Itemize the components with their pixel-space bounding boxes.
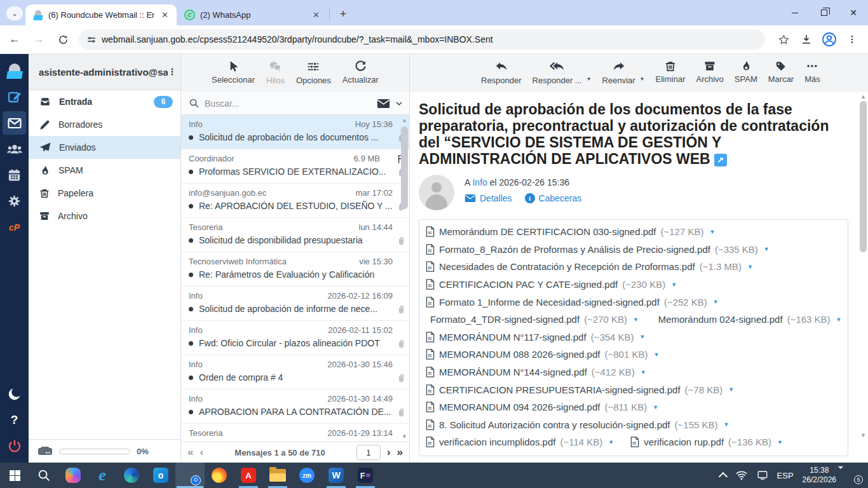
search-input[interactable] bbox=[205, 98, 372, 109]
window-close-button[interactable]: ✕ bbox=[839, 0, 868, 25]
forward-button[interactable]: → bbox=[29, 30, 48, 49]
attachment[interactable]: Memorándum DE CERTIFICACION 030-signed.p… bbox=[426, 226, 715, 237]
new-tab-button[interactable]: + bbox=[335, 6, 351, 22]
message-row[interactable]: InfoHoy 15:36 Solicitud de aprobación de… bbox=[181, 115, 409, 149]
attachment[interactable]: MEMORÁNDUM N°117-signed.pdf(~354 KB)▼ bbox=[426, 332, 646, 342]
list-scrollbar-thumb[interactable] bbox=[401, 126, 408, 209]
folder-spam[interactable]: SPAM bbox=[29, 159, 180, 182]
message-row[interactable]: Info2026-02-11 15:02 Fwd: Oficio Circula… bbox=[181, 321, 409, 355]
cpanel-icon[interactable]: cP bbox=[3, 215, 26, 239]
tab-close-icon[interactable]: ✕ bbox=[159, 10, 170, 20]
word-icon[interactable]: W bbox=[322, 463, 351, 488]
calendar-icon[interactable] bbox=[3, 163, 26, 187]
folder-drafts[interactable]: Borradores bbox=[29, 113, 180, 136]
attachment-menu-icon[interactable]: ▼ bbox=[777, 439, 783, 445]
message-row[interactable]: Info2026-01-30 15:46 Orden de compra # 4 bbox=[181, 355, 409, 390]
zoom-icon[interactable]: zm bbox=[292, 463, 322, 488]
downloads-icon[interactable] bbox=[797, 30, 816, 49]
attachment[interactable]: Formato_4_TDR-signed-signed.pdf(~270 KB)… bbox=[426, 314, 637, 325]
forward-button[interactable]: Reenviar bbox=[602, 60, 635, 85]
taskbar-search-icon[interactable] bbox=[29, 463, 58, 488]
language-indicator[interactable]: ESP bbox=[777, 471, 794, 480]
search-scope-mail-icon[interactable] bbox=[377, 98, 390, 109]
attachment[interactable]: CERTIFICACION PAC Y CATE-signed.pdf(~230… bbox=[426, 279, 677, 290]
tab-list-chevron-icon[interactable]: ⌄ bbox=[6, 6, 23, 20]
message-row[interactable]: Info2026-01-30 14:49 APROBACION PARA LA … bbox=[181, 390, 409, 424]
message-row[interactable]: info@sanjuan.gob.ecmar 17:02 Re: APROBAC… bbox=[181, 184, 409, 218]
options-button[interactable]: Opciones bbox=[296, 60, 331, 85]
reply-all-button[interactable]: Responder ... bbox=[532, 60, 582, 85]
address-bar[interactable]: webmail.sanjuan.gob.ec/cpsess5212449520/… bbox=[79, 29, 765, 50]
threads-button[interactable]: Hilos bbox=[266, 60, 285, 85]
attachment[interactable]: MEMORÁNDUM N°144-signed.pdf(~412 KB)▼ bbox=[426, 367, 646, 377]
settings-gear-icon[interactable] bbox=[3, 189, 26, 213]
browser-menu-icon[interactable] bbox=[843, 30, 862, 49]
file-explorer-icon[interactable] bbox=[263, 463, 292, 488]
tray-expand-chevron-icon[interactable] bbox=[719, 472, 728, 481]
page-input[interactable] bbox=[356, 445, 381, 460]
open-in-new-window-icon[interactable]: ↗ bbox=[714, 154, 727, 166]
attachment[interactable]: MEMORANDUM 088 2026-signed.pdf(~801 KB)▼ bbox=[426, 349, 659, 360]
attachment-menu-icon[interactable]: ▼ bbox=[640, 334, 646, 340]
f-app-icon[interactable]: F≋ bbox=[351, 463, 380, 488]
tab-whatsapp[interactable]: ✆ (2) WhatsApp ✕ bbox=[177, 4, 328, 25]
search-options-chevron-icon[interactable] bbox=[395, 100, 403, 107]
chrome-icon[interactable] bbox=[175, 463, 205, 488]
more-button[interactable]: Más bbox=[804, 60, 820, 84]
back-button[interactable]: ← bbox=[5, 30, 24, 49]
taskbar-clock[interactable]: 15:38 26/2/2026 bbox=[803, 466, 836, 485]
first-page-button[interactable]: « bbox=[187, 446, 193, 459]
attachment-menu-icon[interactable]: ▼ bbox=[764, 246, 770, 252]
outlook-icon[interactable]: o bbox=[146, 463, 175, 488]
folder-inbox[interactable]: Entrada 6 bbox=[29, 90, 180, 113]
compose-icon[interactable] bbox=[3, 85, 26, 109]
attachment[interactable]: verificacion rup.pdf(~136 KB)▼ bbox=[630, 437, 783, 447]
reader-scrollbar-thumb[interactable] bbox=[860, 101, 867, 252]
window-minimize-button[interactable]: ─ bbox=[780, 0, 810, 25]
reader-scroll-up-icon[interactable]: ▲ bbox=[860, 93, 866, 100]
attachment-menu-icon[interactable]: ▼ bbox=[653, 351, 659, 358]
refresh-button[interactable]: Actualizar bbox=[342, 60, 379, 85]
tab-close-icon[interactable]: ✕ bbox=[311, 10, 322, 20]
attachment-menu-icon[interactable]: ▼ bbox=[608, 439, 614, 445]
recipient-link[interactable]: Info bbox=[472, 177, 487, 187]
tab-roundcube[interactable]: (6) Roundcube Webmail :: Envia ✕ bbox=[25, 4, 177, 25]
message-row[interactable]: Tecnoserviweb Informáticavie 15:30 Re: P… bbox=[181, 252, 409, 287]
help-icon[interactable]: ? bbox=[3, 408, 26, 431]
prev-page-button[interactable]: ‹ bbox=[200, 446, 203, 459]
wifi-icon[interactable] bbox=[735, 470, 748, 480]
folder-sent[interactable]: Enviados bbox=[29, 136, 180, 159]
contacts-icon[interactable] bbox=[3, 137, 26, 161]
spam-button[interactable]: SPAM bbox=[735, 60, 757, 84]
reload-button[interactable] bbox=[53, 30, 72, 49]
folder-trash[interactable]: Papelera bbox=[29, 182, 180, 205]
headers-link[interactable]: i Cabeceras bbox=[525, 193, 582, 203]
attachment[interactable]: 8. Solicitud Autorización contra y resol… bbox=[426, 419, 729, 430]
attachment-menu-icon[interactable]: ▼ bbox=[728, 386, 734, 393]
attachment[interactable]: Formato_8_Razón de Proformas y Análisis … bbox=[426, 244, 770, 255]
attachment-menu-icon[interactable]: ▼ bbox=[747, 264, 753, 270]
attachment-menu-icon[interactable]: ▼ bbox=[633, 316, 639, 323]
mail-module-icon[interactable] bbox=[3, 111, 26, 135]
window-restore-button[interactable] bbox=[810, 0, 839, 25]
attachment-menu-icon[interactable]: ▼ bbox=[709, 229, 715, 235]
forward-dropdown-icon[interactable]: ▼ bbox=[640, 76, 645, 82]
firefox-icon[interactable] bbox=[205, 463, 234, 488]
bookmark-star-icon[interactable] bbox=[774, 30, 793, 49]
logout-power-icon[interactable] bbox=[3, 434, 26, 458]
select-button[interactable]: Seleccionar bbox=[212, 60, 255, 85]
acrobat-icon[interactable]: A bbox=[234, 463, 263, 488]
message-row[interactable]: Tesorerialun 14:44 Solicitud de disponib… bbox=[181, 218, 409, 252]
folder-options-kebab-icon[interactable] bbox=[168, 66, 177, 78]
attachment[interactable]: Necesidades de Contratación y Recepción … bbox=[426, 261, 753, 272]
attachment[interactable]: CERTIFICACION PRESUPUESTARIA-signed-sign… bbox=[426, 384, 734, 395]
internet-explorer-icon[interactable]: e bbox=[88, 463, 117, 488]
start-button[interactable] bbox=[0, 463, 29, 488]
edge-icon[interactable] bbox=[117, 463, 146, 488]
attachment-menu-icon[interactable]: ▼ bbox=[653, 404, 658, 410]
dark-mode-moon-icon[interactable] bbox=[3, 382, 26, 405]
next-page-button[interactable]: › bbox=[387, 446, 391, 459]
reply-button[interactable]: Responder bbox=[481, 60, 522, 85]
details-link[interactable]: Detalles bbox=[465, 193, 512, 203]
mark-button[interactable]: Marcar bbox=[768, 60, 794, 84]
